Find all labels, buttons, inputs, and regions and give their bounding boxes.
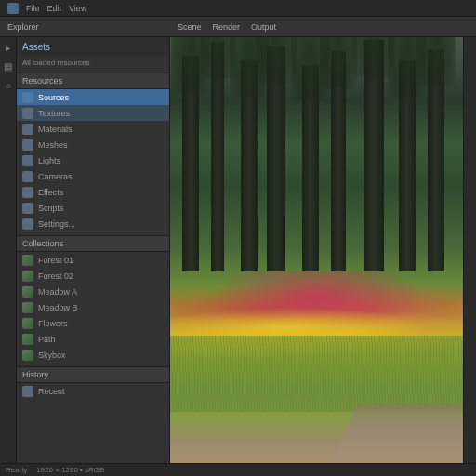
tab-scene[interactable]: Scene: [178, 22, 202, 32]
folder-icon: [22, 108, 33, 119]
sidebar-item[interactable]: Flowers: [17, 315, 169, 331]
sidebar-item-label: Effects: [38, 188, 63, 197]
folder-icon: [22, 203, 33, 214]
image-thumb-icon: [22, 350, 33, 361]
sidebar-item[interactable]: Meadow B: [17, 299, 169, 315]
folder-icon: [22, 124, 33, 135]
folder-icon: [22, 187, 33, 198]
sidebar-title: Assets: [17, 37, 169, 56]
sidebar-item-label: Meadow B: [38, 303, 78, 312]
sidebar-item[interactable]: Path: [17, 331, 169, 347]
menu-bar: File Edit View: [0, 0, 476, 17]
sidebar-item-label: Lights: [38, 156, 60, 165]
sidebar-item-label: Meshes: [38, 140, 68, 150]
sidebar-item[interactable]: Recent: [17, 383, 169, 399]
right-rail: [463, 37, 476, 463]
tab-bar: Explorer Scene Render Output: [0, 17, 476, 37]
clock-icon: [22, 386, 33, 397]
app-icon: [7, 3, 19, 14]
sidebar-item[interactable]: Textures: [17, 105, 169, 121]
sidebar-item[interactable]: Materials: [17, 121, 169, 137]
tool-layers-icon[interactable]: ▤: [2, 60, 15, 73]
image-thumb-icon: [22, 302, 33, 313]
section-history[interactable]: History: [17, 366, 169, 383]
sidebar-item-label: Sources: [38, 93, 69, 102]
sidebar-item-label: Forest 01: [38, 256, 73, 265]
folder-icon: [22, 171, 33, 182]
folder-icon: [22, 92, 33, 103]
sidebar-item[interactable]: Meshes: [17, 137, 169, 152]
sidebar-item[interactable]: Forest 02: [17, 268, 169, 284]
sidebar-item-label: Meadow A: [38, 287, 77, 297]
canvas-image: [170, 37, 463, 463]
menu-file[interactable]: File: [26, 4, 40, 13]
tab-render[interactable]: Render: [213, 22, 241, 32]
menu-edit[interactable]: Edit: [47, 4, 62, 13]
tool-pointer-icon[interactable]: ▸: [2, 41, 15, 54]
sidebar-item[interactable]: Cameras: [17, 168, 169, 184]
tab-output[interactable]: Output: [251, 22, 276, 32]
tool-rail: ▸ ▤ ⌕: [0, 37, 17, 463]
folder-icon: [22, 155, 33, 166]
panel-title: Explorer: [7, 22, 39, 32]
image-thumb-icon: [22, 286, 33, 298]
status-info: 1920 × 1280 • sRGB: [36, 466, 104, 474]
canvas-viewport[interactable]: [170, 37, 463, 463]
sidebar-item[interactable]: Forest 01: [17, 252, 169, 268]
body-row: ▸ ▤ ⌕ Assets All loaded resources Resour…: [0, 37, 476, 463]
document-tabs: Scene Render Output: [159, 22, 276, 32]
status-bar: Ready 1920 × 1280 • sRGB: [0, 463, 476, 476]
gear-icon: [22, 218, 33, 230]
image-thumb-icon: [22, 271, 33, 282]
sidebar-subtitle: All loaded resources: [17, 56, 169, 69]
sidebar-item[interactable]: Meadow A: [17, 284, 169, 299]
tool-search-icon[interactable]: ⌕: [2, 78, 15, 91]
sidebar-item-label: Scripts: [38, 204, 64, 213]
sidebar-item[interactable]: Lights: [17, 152, 169, 168]
image-thumb-icon: [22, 334, 33, 345]
sidebar-item-settings[interactable]: Settings...: [17, 216, 169, 231]
app-root: File Edit View Explorer Scene Render Out…: [0, 0, 476, 476]
scene-grass: [170, 336, 463, 412]
menu-view[interactable]: View: [69, 4, 86, 13]
image-thumb-icon: [22, 255, 33, 266]
sidebar: Assets All loaded resources Resources So…: [17, 37, 170, 463]
sidebar-item-label: Materials: [38, 125, 73, 134]
image-thumb-icon: [22, 318, 33, 329]
section-collections[interactable]: Collections: [17, 235, 169, 252]
sidebar-item-label: Textures: [38, 109, 70, 118]
sidebar-item-label: Path: [38, 335, 56, 344]
sidebar-item-label: Forest 02: [38, 271, 73, 281]
sidebar-item-label: Settings...: [38, 219, 75, 229]
panel-header: Explorer: [4, 22, 157, 32]
sidebar-item[interactable]: Scripts: [17, 200, 169, 216]
sidebar-item[interactable]: Effects: [17, 184, 169, 200]
folder-icon: [22, 139, 33, 151]
sidebar-item[interactable]: Skybox: [17, 347, 169, 363]
scene-trees: [170, 37, 463, 271]
sidebar-item-sources[interactable]: Sources: [17, 89, 169, 105]
sidebar-item-label: Flowers: [38, 319, 68, 328]
sidebar-item-label: Skybox: [38, 350, 66, 360]
status-text: Ready: [6, 466, 27, 474]
section-resources[interactable]: Resources: [17, 73, 169, 89]
sidebar-item-label: Cameras: [38, 172, 73, 181]
sidebar-item-label: Recent: [38, 387, 65, 396]
